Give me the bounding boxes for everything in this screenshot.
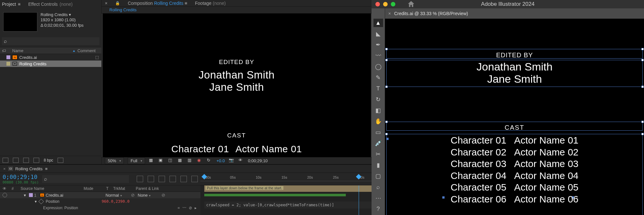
direct-selection-tool-icon[interactable]: ◣ [373, 30, 383, 38]
cast-character[interactable]: Character 04 [451, 170, 506, 182]
comp-title[interactable]: Rolling Credits ▾ [41, 12, 84, 17]
col-comment[interactable]: Comment [78, 48, 101, 53]
credits-heading[interactable]: EDITED BY [385, 51, 644, 59]
scissors-tool-icon[interactable]: ✂ [373, 150, 383, 158]
label-color[interactable] [29, 193, 33, 197]
col-mode[interactable]: Mode [84, 186, 106, 191]
show-snapshot-icon[interactable]: 👁 [238, 158, 244, 164]
col-parent[interactable]: Parent & Link [136, 186, 200, 191]
flowchart-crumb[interactable]: Rolling Credits [109, 7, 137, 12]
lock-icon[interactable]: 🔒 [115, 1, 120, 5]
exposure-value[interactable]: +0.0 [216, 158, 225, 163]
rotate-tool-icon[interactable]: ↻ [373, 95, 383, 104]
trkmat-dropdown[interactable]: None [138, 193, 160, 198]
project-item[interactable]: Rolling Credits [0, 61, 101, 67]
project-search[interactable]: ⌕ [2, 37, 99, 45]
pen-tool-icon[interactable]: ✒ [373, 41, 383, 49]
blend-mode-dropdown[interactable]: Normal [106, 193, 128, 198]
comp-mini-flowchart-icon[interactable] [137, 176, 143, 182]
visibility-toggle-icon[interactable] [3, 193, 7, 197]
expr-pickwhip-icon[interactable]: ⊘ [189, 206, 192, 210]
composition-tab-label[interactable]: Composition [128, 1, 153, 6]
render-settings-icon[interactable] [33, 158, 39, 163]
parent-pickwhip-icon[interactable]: ⊘ [161, 192, 165, 198]
cast-table[interactable]: Character 01 Character 02 Character 03 C… [385, 135, 644, 205]
close-doc-icon[interactable]: × [388, 11, 391, 16]
timeline-search[interactable]: ⌕ [42, 175, 129, 183]
footage-tab-label[interactable]: Footage [195, 1, 211, 6]
col-t[interactable]: T [106, 186, 113, 191]
cast-character[interactable]: Character 03 [451, 158, 506, 170]
layer-marker[interactable]: Pull this layer down below the frame at … [206, 186, 283, 190]
twirl-icon[interactable]: ▾ [35, 199, 37, 204]
stopwatch-icon[interactable] [39, 199, 44, 204]
roi-icon[interactable]: ◫ [168, 158, 174, 164]
expression-field[interactable]: crawlspeed = 2; value-[0,crawlspeed*time… [204, 201, 372, 209]
frame-blend-icon[interactable] [170, 176, 176, 182]
hamburger-icon[interactable]: ≡ [185, 1, 187, 6]
playhead-line[interactable] [359, 185, 359, 215]
label-color[interactable] [6, 62, 10, 66]
project-item[interactable]: Ai Credits.ai ⬚ [0, 54, 101, 61]
hand-tool-icon[interactable]: ✋ [373, 117, 383, 126]
composition-thumbnail[interactable] [3, 12, 37, 32]
graph-editor-icon[interactable] [191, 176, 198, 182]
cast-heading[interactable]: CAST [385, 124, 644, 131]
expression-row[interactable]: Expression: Position = 〰 ⊘ ▸ [0, 205, 200, 211]
expr-graph-icon[interactable]: 〰 [182, 206, 186, 210]
ellipse-tool-icon[interactable]: ◯ [373, 62, 383, 71]
cast-actor[interactable]: Actor Name 05 [514, 182, 578, 193]
effect-controls-tab[interactable]: Effect Controls (none) [28, 2, 73, 7]
shy-icon[interactable] [159, 176, 165, 182]
tag-icon[interactable]: 🏷 [2, 48, 6, 53]
illustrator-canvas[interactable]: EDITED BY Jonathan Smith Jane Smith CAST [385, 19, 644, 215]
credit-name[interactable]: Jane Smith [385, 73, 644, 85]
minimize-window-button[interactable] [383, 2, 388, 6]
col-trkmat[interactable]: TrkMat [113, 186, 136, 191]
grid-icon[interactable]: ▦ [178, 158, 184, 164]
reset-exposure-icon[interactable]: ↻ [207, 158, 213, 164]
guides-icon[interactable]: ▥ [188, 158, 193, 164]
property-value[interactable]: 960.0,2390.0 [102, 199, 130, 204]
composition-viewer[interactable]: EDITED BY Jonathan Smith Jane Smith CAST… [102, 14, 372, 157]
artboard-tool-icon[interactable]: ▢ [373, 172, 383, 180]
label-color[interactable] [6, 55, 10, 59]
cast-character[interactable]: Character 02 [451, 146, 506, 158]
close-timeline-tab[interactable]: × [3, 166, 6, 171]
cast-actor[interactable]: Actor Name 01 [514, 135, 578, 146]
close-tab-x[interactable]: × [105, 1, 107, 6]
cast-character[interactable]: Character 05 [451, 182, 506, 193]
hamburger-icon[interactable]: ≡ [18, 2, 21, 7]
composition-tab-name[interactable]: Rolling Credits [154, 1, 183, 6]
timeline-tracks[interactable]: Pull this layer down below the frame at … [200, 185, 372, 215]
cast-actor[interactable]: Actor Name 03 [514, 158, 578, 170]
bpc-toggle[interactable]: 8 bpc [44, 158, 53, 163]
edit-toolbar-icon[interactable]: ? [373, 205, 383, 213]
cast-character[interactable]: Character 06 [451, 193, 506, 205]
expr-menu-icon[interactable]: ▸ [195, 206, 197, 210]
mask-toggle-icon[interactable]: ▣ [159, 158, 164, 164]
new-comp-icon[interactable] [23, 158, 29, 163]
gradient-tool-icon[interactable]: ▮ [373, 161, 383, 169]
snapshot-icon[interactable]: 📷 [229, 158, 235, 164]
work-area-bar[interactable] [204, 194, 346, 196]
zoom-dropdown[interactable]: 50% [105, 157, 124, 164]
hamburger-icon[interactable]: ≡ [45, 166, 48, 171]
layer-row[interactable]: ▾ 1 Ai Credits.ai Normal ⊘ None ⊘ [0, 192, 200, 198]
property-row[interactable]: ▾ Position 960.0,2390.0 [0, 198, 200, 205]
time-ruler[interactable]: :00s 05s 10s 15s 20s 25s 30s [200, 175, 372, 181]
document-tab[interactable]: × Credits.ai @ 33.33 % (RGB/Preview) [385, 8, 644, 19]
current-timecode[interactable]: 0;00;29;10 [3, 173, 39, 180]
rectangle-tool-icon[interactable]: ▭ [373, 128, 383, 136]
cast-actor[interactable]: Actor Name 06 [514, 193, 578, 205]
col-name[interactable]: Name [12, 48, 23, 53]
curvature-tool-icon[interactable]: 〰 [373, 51, 383, 60]
channel-icon[interactable]: ◉ [197, 158, 203, 164]
home-icon[interactable] [407, 0, 415, 8]
eye-col-icon[interactable]: 👁 [3, 186, 6, 191]
brush-tool-icon[interactable]: ✎ [373, 73, 383, 82]
transparency-grid-icon[interactable]: ▦ [149, 158, 155, 164]
timeline-tab-name[interactable]: Rolling Credits [15, 166, 43, 171]
new-folder-icon[interactable] [13, 158, 19, 163]
resolution-dropdown[interactable]: Full [128, 157, 145, 164]
